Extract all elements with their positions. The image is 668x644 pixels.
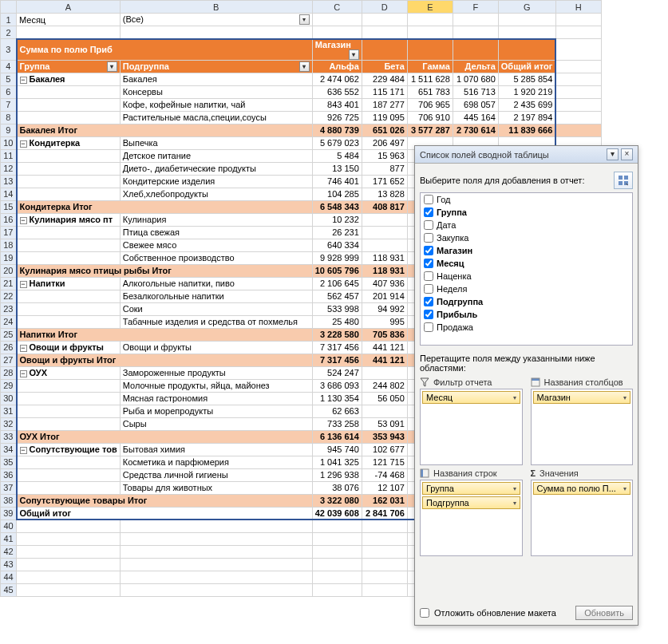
subgroup-cell[interactable]: Косметика и парфюмерия — [120, 456, 312, 468]
value-cell[interactable] — [362, 226, 407, 239]
col-label[interactable]: Бета — [362, 60, 407, 73]
value-cell[interactable]: 877 — [362, 162, 407, 175]
field-item[interactable]: Продажа — [421, 321, 632, 334]
col-header-D[interactable]: D — [362, 1, 407, 14]
value-cell[interactable]: 746 401 — [312, 175, 362, 188]
chip-dropdown-icon[interactable]: ▾ — [623, 485, 626, 492]
value-cell[interactable]: 3 228 580 — [312, 328, 362, 341]
subgroup-dropdown-icon[interactable]: ▾ — [299, 61, 310, 72]
row-header[interactable]: 10 — [1, 136, 17, 149]
report-filter-area[interactable]: Месяц▾ — [420, 389, 523, 465]
subgroup-cell[interactable]: Алкогольные напитки, пиво — [120, 277, 312, 290]
row-header[interactable]: 13 — [1, 175, 17, 188]
subgroup-cell[interactable]: Собственное производство — [120, 251, 312, 264]
select-all-corner[interactable] — [1, 1, 17, 14]
subgroup-cell[interactable]: Растительные масла,специи,соусы — [120, 111, 312, 124]
group-cell[interactable]: −Сопутствующие тов — [17, 443, 121, 456]
group-cell[interactable]: −Бакалея — [17, 73, 121, 85]
filter-field-label[interactable]: Месяц — [17, 14, 121, 26]
value-cell[interactable]: 640 334 — [312, 239, 362, 251]
row-header[interactable]: 7 — [1, 98, 17, 111]
area-field-chip[interactable]: Группа▾ — [422, 482, 520, 495]
collapse-icon[interactable]: − — [20, 217, 27, 224]
value-cell[interactable]: 5 285 854 — [498, 73, 555, 85]
value-cell[interactable]: 25 480 — [312, 315, 362, 328]
value-cell[interactable]: 533 998 — [312, 302, 362, 315]
col-header-H[interactable]: H — [555, 1, 601, 14]
subgroup-cell[interactable]: Замороженные продукты — [120, 366, 312, 379]
value-cell[interactable]: 408 817 — [362, 200, 407, 213]
value-cell[interactable]: 6 548 343 — [312, 200, 362, 213]
field-item[interactable]: Неделя — [421, 282, 632, 295]
group-cell[interactable]: −Кондитерка — [17, 136, 121, 149]
field-checkbox[interactable] — [424, 271, 433, 281]
subgroup-cell[interactable]: Табачные изделия и средства от похмелья — [120, 315, 312, 328]
row-header[interactable]: 31 — [1, 405, 17, 417]
subgroup-cell[interactable]: Дието-, диабетические продукты — [120, 162, 312, 175]
field-item[interactable]: Месяц — [421, 257, 632, 270]
group-cell[interactable]: −Кулинария мясо пт — [17, 213, 121, 226]
collapse-icon[interactable]: − — [20, 140, 27, 148]
chevron-down-icon[interactable]: ▾ — [607, 148, 619, 160]
row-header[interactable]: 29 — [1, 379, 17, 392]
row-header[interactable]: 4 — [1, 60, 17, 73]
value-cell[interactable]: 104 285 — [312, 188, 362, 200]
value-cell[interactable]: 441 121 — [362, 341, 407, 354]
subgroup-cell[interactable]: Мясная гастрономия — [120, 392, 312, 405]
subgroup-cell[interactable]: Безалкогольные напитки — [120, 290, 312, 302]
defer-update-checkbox[interactable] — [420, 608, 429, 618]
row-header[interactable]: 15 — [1, 200, 17, 213]
row-header[interactable]: 22 — [1, 290, 17, 302]
subgroup-cell[interactable]: Товары для животных — [120, 481, 312, 494]
col-label[interactable]: Дельта — [453, 60, 498, 73]
subgroup-cell[interactable]: Свежее мясо — [120, 239, 312, 251]
row-header[interactable]: 41 — [1, 532, 17, 545]
value-cell[interactable]: 2 435 699 — [498, 98, 555, 111]
value-cell[interactable]: 13 828 — [362, 188, 407, 200]
value-cell[interactable]: 995 — [362, 315, 407, 328]
value-cell[interactable]: 945 740 — [312, 443, 362, 456]
field-checkbox[interactable] — [424, 220, 433, 230]
value-cell[interactable]: 2 106 645 — [312, 277, 362, 290]
value-cell[interactable]: 206 497 — [362, 136, 407, 149]
field-checkbox[interactable] — [424, 322, 433, 332]
col-label[interactable]: Гамма — [407, 60, 453, 73]
row-header[interactable]: 1 — [1, 14, 17, 26]
subgroup-cell[interactable]: Хлеб,хлебопродукты — [120, 188, 312, 200]
value-cell[interactable]: 118 931 — [362, 251, 407, 264]
field-item[interactable]: Магазин — [421, 244, 632, 257]
value-cell[interactable]: 2 197 894 — [498, 111, 555, 124]
value-cell[interactable]: 94 992 — [362, 302, 407, 315]
row-header[interactable]: 20 — [1, 264, 17, 277]
row-header[interactable]: 32 — [1, 417, 17, 430]
value-cell[interactable]: 5 679 023 — [312, 136, 362, 149]
value-cell[interactable]: 187 277 — [362, 98, 407, 111]
subtotal-label[interactable]: Напитки Итог — [17, 328, 313, 341]
subtotal-label[interactable]: ОУХ Итог — [17, 430, 313, 443]
row-header[interactable]: 17 — [1, 226, 17, 239]
measure-label[interactable]: Сумма по полю Приб — [17, 39, 313, 61]
row-field-subgroup[interactable]: Подгруппа▾ — [120, 60, 312, 73]
close-icon[interactable]: × — [621, 148, 633, 160]
value-cell[interactable]: 121 715 — [362, 456, 407, 468]
value-cell[interactable]: 244 802 — [362, 379, 407, 392]
field-item[interactable]: Год — [421, 193, 632, 206]
value-cell[interactable]: 229 484 — [362, 73, 407, 85]
row-header[interactable]: 40 — [1, 520, 17, 532]
col-label[interactable]: Общий итог — [498, 60, 555, 73]
row-header[interactable]: 23 — [1, 302, 17, 315]
value-cell[interactable]: 445 164 — [453, 111, 498, 124]
value-cell[interactable]: 516 713 — [453, 85, 498, 98]
value-cell[interactable]: 10 605 796 — [312, 264, 362, 277]
field-checkbox[interactable] — [424, 284, 433, 294]
group-cell[interactable]: −ОУХ — [17, 366, 121, 379]
value-cell[interactable]: 171 652 — [362, 175, 407, 188]
value-cell[interactable]: 56 050 — [362, 392, 407, 405]
value-cell[interactable]: 843 401 — [312, 98, 362, 111]
subgroup-cell[interactable]: Овощи и фрукты — [120, 341, 312, 354]
value-cell[interactable] — [362, 405, 407, 417]
field-item[interactable]: Закупка — [421, 231, 632, 244]
chip-dropdown-icon[interactable]: ▾ — [513, 500, 516, 507]
row-header[interactable]: 27 — [1, 354, 17, 366]
value-cell[interactable]: 119 095 — [362, 111, 407, 124]
